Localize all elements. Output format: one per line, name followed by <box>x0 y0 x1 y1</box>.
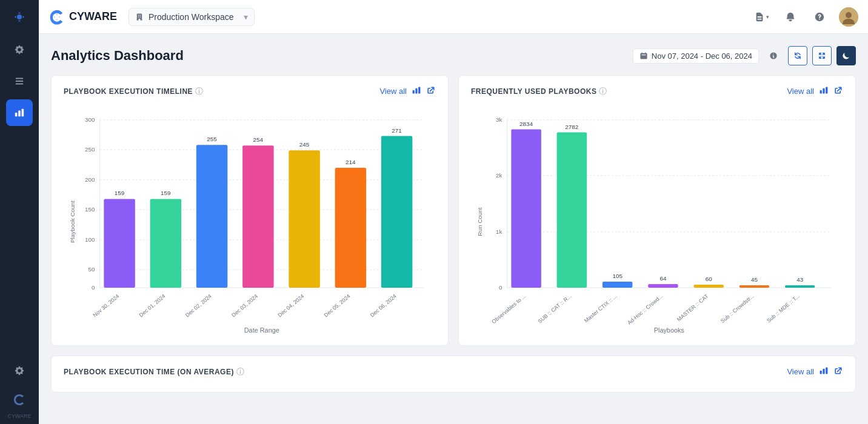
sidebar-item-settings-top[interactable] <box>6 36 33 63</box>
dark-mode-button[interactable] <box>836 46 856 65</box>
svg-text:159: 159 <box>161 190 171 196</box>
playbook-timeline-bar-icon[interactable] <box>412 85 421 97</box>
svg-text:250: 250 <box>85 146 95 153</box>
topbar: CYWARE Production Workspace ▾ ▾ <box>39 0 868 34</box>
sidebar-logo <box>0 0 39 34</box>
svg-text:159: 159 <box>115 190 125 196</box>
playbook-time-card: PLAYBOOK EXECUTION TIME (ON AVERAGE) ⓘ V… <box>51 356 856 393</box>
svg-text:254: 254 <box>253 136 264 143</box>
workspace-building-icon <box>135 13 144 21</box>
svg-rect-21 <box>104 199 135 288</box>
svg-text:Dec 01, 2024: Dec 01, 2024 <box>138 293 167 319</box>
playbook-time-actions: View all <box>787 366 843 377</box>
topbar-bell-icon[interactable] <box>781 7 800 27</box>
svg-text:Dec 04, 2024: Dec 04, 2024 <box>276 293 305 319</box>
frequently-used-header: FREQUENTLY USED PLAYBOOKS ⓘ View all <box>471 85 843 97</box>
svg-point-4 <box>846 12 852 18</box>
playbook-time-bar-icon[interactable] <box>819 366 829 377</box>
svg-rect-55 <box>557 133 587 288</box>
sidebar-bottom: CYWARE <box>6 355 33 419</box>
date-range-info-icon[interactable] <box>764 46 783 65</box>
playbook-timeline-view-all[interactable]: View all <box>379 87 407 96</box>
svg-text:Date Range: Date Range <box>244 326 279 334</box>
frequently-used-bar-icon[interactable] <box>819 85 829 97</box>
svg-text:0: 0 <box>92 284 95 291</box>
svg-text:Observables to ...: Observables to ... <box>490 293 527 325</box>
svg-rect-59 <box>648 284 678 288</box>
svg-text:255: 255 <box>207 136 217 142</box>
svg-text:45: 45 <box>751 276 758 283</box>
frequently-used-info-icon[interactable]: ⓘ <box>599 86 607 97</box>
date-range-bar: Nov 07, 2024 - Dec 06, 2024 <box>633 46 856 65</box>
playbook-time-view-all[interactable]: View all <box>787 367 814 376</box>
svg-text:0: 0 <box>499 284 502 291</box>
svg-text:Dec 06, 2024: Dec 06, 2024 <box>369 293 398 319</box>
sidebar-cyware-mini-logo <box>11 391 28 408</box>
svg-text:100: 100 <box>85 236 95 243</box>
cyware-logo-svg <box>48 8 65 25</box>
svg-rect-27 <box>242 145 273 288</box>
svg-text:60: 60 <box>706 276 713 282</box>
playbook-timeline-export-icon[interactable] <box>426 85 436 97</box>
sidebar-item-analytics[interactable] <box>6 99 33 126</box>
playbook-timeline-title: PLAYBOOK EXECUTION TIMELINE <box>64 87 193 96</box>
workspace-chevron-icon: ▾ <box>244 12 248 22</box>
date-range-display[interactable]: Nov 07, 2024 - Dec 06, 2024 <box>633 48 759 64</box>
svg-text:43: 43 <box>796 276 804 283</box>
svg-text:271: 271 <box>392 127 402 134</box>
svg-text:3k: 3k <box>496 116 502 123</box>
svg-point-1 <box>17 15 22 19</box>
playbook-time-info-icon[interactable]: ⓘ <box>236 366 244 377</box>
sidebar-cyware-label: CYWARE <box>7 413 31 419</box>
svg-text:Dec 05, 2024: Dec 05, 2024 <box>323 293 352 319</box>
svg-text:Dec 02, 2024: Dec 02, 2024 <box>184 293 213 319</box>
svg-text:2k: 2k <box>496 172 502 179</box>
playbook-time-title: PLAYBOOK EXECUTION TIME (ON AVERAGE) <box>64 368 234 376</box>
date-range-text: Nov 07, 2024 - Dec 06, 2024 <box>652 51 752 61</box>
frequently-used-card: FREQUENTLY USED PLAYBOOKS ⓘ View all <box>458 75 856 346</box>
page-header: Analytics Dashboard Nov 07, 2024 - Dec 0… <box>51 46 856 65</box>
sidebar-item-settings-bottom[interactable] <box>6 357 33 384</box>
svg-text:2782: 2782 <box>565 124 578 130</box>
svg-text:Run Count: Run Count <box>476 207 483 236</box>
playbook-time-header: PLAYBOOK EXECUTION TIME (ON AVERAGE) ⓘ V… <box>64 366 843 377</box>
playbook-timeline-chart: Playbook Count 300 250 200 150 100 <box>64 102 436 336</box>
main-area: CYWARE Production Workspace ▾ ▾ <box>39 0 868 424</box>
svg-text:Sub :: Crowdstr...: Sub :: Crowdstr... <box>719 293 755 325</box>
svg-text:Playbooks: Playbooks <box>654 326 685 334</box>
svg-text:214: 214 <box>346 159 356 165</box>
playbook-timeline-card: PLAYBOOK EXECUTION TIMELINE ⓘ View all <box>51 75 449 346</box>
playbook-timeline-header: PLAYBOOK EXECUTION TIMELINE ⓘ View all <box>64 85 436 97</box>
frequently-used-title: FREQUENTLY USED PLAYBOOKS <box>471 87 596 96</box>
svg-text:Playbook Count: Playbook Count <box>69 200 76 243</box>
svg-rect-61 <box>693 285 724 288</box>
calendar-icon <box>639 51 648 60</box>
topbar-right: ▾ <box>752 7 858 27</box>
topbar-help-icon[interactable] <box>810 7 829 27</box>
svg-text:Nov 30, 2024: Nov 30, 2024 <box>92 293 120 319</box>
topbar-doc-icon[interactable]: ▾ <box>752 7 771 27</box>
frequently-used-export-icon[interactable] <box>833 85 843 97</box>
svg-text:Sub :: MDE :: T...: Sub :: MDE :: T... <box>766 293 801 324</box>
svg-text:1k: 1k <box>496 228 502 235</box>
svg-text:Ad-Hoc :: Crowd...: Ad-Hoc :: Crowd... <box>626 293 664 326</box>
workspace-selector[interactable]: Production Workspace ▾ <box>129 8 255 26</box>
playbook-timeline-info-icon[interactable]: ⓘ <box>195 86 203 97</box>
svg-text:200: 200 <box>85 176 95 183</box>
svg-text:SUB :: CAT :: R...: SUB :: CAT :: R... <box>536 293 572 325</box>
topbar-logo-text: CYWARE <box>69 10 117 23</box>
fullscreen-button[interactable] <box>812 46 832 65</box>
svg-text:2834: 2834 <box>519 121 533 127</box>
playbook-time-export-icon[interactable] <box>833 366 843 377</box>
svg-text:Dec 03, 2024: Dec 03, 2024 <box>230 293 259 319</box>
svg-rect-31 <box>335 168 366 288</box>
refresh-button[interactable] <box>788 46 807 65</box>
topbar-avatar[interactable] <box>839 7 858 27</box>
playbook-timeline-actions: View all <box>379 85 436 97</box>
svg-rect-29 <box>289 150 319 288</box>
svg-text:64: 64 <box>659 275 667 282</box>
frequently-used-view-all[interactable]: View all <box>787 87 814 96</box>
sidebar-item-hamburger[interactable] <box>6 68 33 94</box>
frequently-used-chart: Run Count 3k 2k 1k 0 <box>471 102 843 336</box>
svg-rect-33 <box>381 136 412 288</box>
